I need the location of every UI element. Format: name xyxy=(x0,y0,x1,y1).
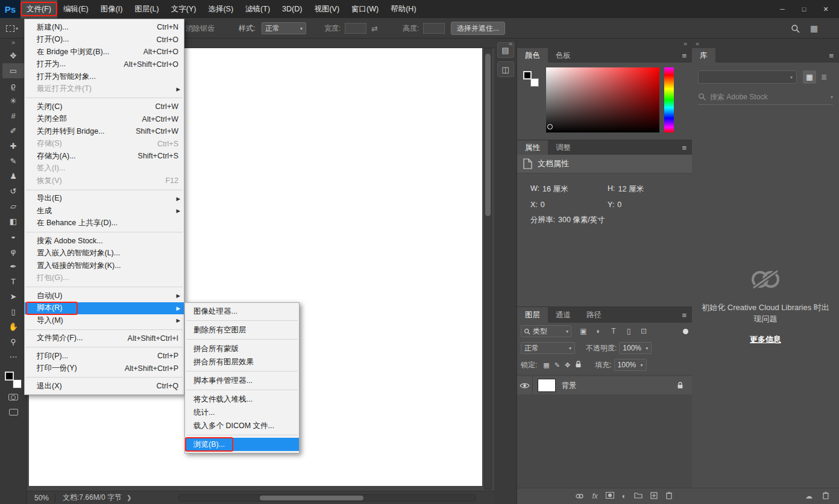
move-tool[interactable]: ✥ xyxy=(2,48,24,63)
panel-menu-icon[interactable]: ≡ xyxy=(676,140,692,155)
zoom-level[interactable]: 50% xyxy=(27,494,55,502)
separator[interactable]: ▶ xyxy=(186,390,298,390)
menu-item-open-as-smart-object[interactable]: 打开为智能对象... ▶ xyxy=(25,70,184,83)
height-input[interactable] xyxy=(423,23,445,34)
swap-width-height-icon[interactable]: ⇄ xyxy=(371,18,378,39)
menu-item-close-all[interactable]: 关闭全部 Alt+Ctrl+W ▶ xyxy=(25,113,184,126)
tab-layers[interactable]: 图层 xyxy=(517,307,548,323)
library-search-field[interactable]: 搜索 Adobe Stock ▾ xyxy=(698,90,833,105)
color-fgbg-swatches[interactable] xyxy=(522,70,542,90)
filter-type-layers-icon[interactable]: T xyxy=(609,327,618,335)
menu-item-place-embedded[interactable]: 置入嵌入的智能对象(L)... ▶ xyxy=(25,247,184,260)
submenu-item-image-processor[interactable]: 图像处理器... ▶ xyxy=(185,305,299,318)
filter-adjustment-layers-icon[interactable]: ◐ xyxy=(594,327,603,335)
path-selection-tool[interactable]: ➤ xyxy=(2,289,24,304)
new-layer-icon[interactable] xyxy=(650,492,658,501)
separator[interactable]: ▶ xyxy=(26,98,183,98)
minimize-button[interactable]: ─ xyxy=(771,0,793,18)
filter-smart-object-layers-icon[interactable]: ⊡ xyxy=(639,327,649,335)
panel-menu-icon[interactable]: ≡ xyxy=(676,48,692,63)
width-input[interactable] xyxy=(345,23,366,34)
eraser-tool[interactable]: ▱ xyxy=(2,199,24,214)
blur-tool[interactable]: ◒ xyxy=(2,229,24,244)
lasso-tool[interactable]: ϱ xyxy=(2,78,24,93)
menu-item-scripts[interactable]: 脚本(R) ▶ xyxy=(25,302,184,315)
opacity-select[interactable]: 100% ▾ xyxy=(619,342,652,354)
layer-thumbnail[interactable] xyxy=(538,379,556,392)
menu-image[interactable]: 图像(I) xyxy=(95,0,129,18)
layer-row[interactable]: 背景 xyxy=(517,376,692,394)
menu-layer[interactable]: 图层(L) xyxy=(128,0,165,18)
new-group-icon[interactable] xyxy=(634,492,643,500)
saturation-brightness-field[interactable] xyxy=(546,67,659,132)
separator[interactable]: ▶ xyxy=(26,329,183,330)
layer-filter-type-select[interactable]: 类型 ▾ xyxy=(521,325,571,337)
style-select[interactable]: 正常 ▾ xyxy=(262,22,306,34)
foreground-color-swatch[interactable] xyxy=(5,372,14,381)
zoom-tool[interactable]: ⚲ xyxy=(2,334,24,349)
type-tool[interactable]: T xyxy=(2,274,24,289)
submenu-item-delete-all-empty-layers[interactable]: 删除所有空图层 ▶ xyxy=(185,323,299,337)
menu-item-close-and-go-to-bridge[interactable]: 关闭并转到 Bridge... Shift+Ctrl+W ▶ xyxy=(25,125,184,138)
edit-toolbar-button[interactable]: ⋯ xyxy=(2,349,24,364)
select-and-mask-button[interactable]: 选择并遮住... xyxy=(451,22,505,35)
layer-visibility-toggle[interactable] xyxy=(517,376,533,394)
separator[interactable]: ▶ xyxy=(26,347,183,347)
separator[interactable]: ▶ xyxy=(186,320,298,321)
menu-item-revert[interactable]: 恢复(V) F12 ▶ xyxy=(25,175,184,187)
status-expand-arrow[interactable]: ❯ xyxy=(127,494,131,501)
hand-tool[interactable]: ✋ xyxy=(2,319,24,334)
gradient-tool[interactable]: ◧ xyxy=(2,214,24,229)
panel-menu-icon[interactable]: ≡ xyxy=(823,48,839,63)
pen-tool[interactable]: ✒ xyxy=(2,259,24,274)
quick-mask-button[interactable] xyxy=(2,390,24,405)
submenu-item-flatten-all-masks[interactable]: 拼合所有蒙版 ▶ xyxy=(185,342,299,355)
lock-transparent-pixels-icon[interactable]: ▦ xyxy=(543,361,549,369)
tab-paths[interactable]: 路径 xyxy=(579,307,609,323)
menu-item-check-in[interactable]: 签入(I)... ▶ xyxy=(25,163,184,175)
add-layer-mask-icon[interactable] xyxy=(606,492,614,500)
layer-effects-icon[interactable]: fx xyxy=(592,492,597,500)
separator[interactable]: ▶ xyxy=(186,435,298,435)
menu-item-share-on-behance[interactable]: 在 Behance 上共享(D)... ▶ xyxy=(25,217,184,230)
clone-stamp-tool[interactable]: ♟ xyxy=(2,169,24,184)
brush-tool[interactable]: ✎ xyxy=(2,154,24,169)
vertical-scrollbar-thumb[interactable] xyxy=(485,54,491,216)
menu-item-close[interactable]: 关闭(C) Ctrl+W ▶ xyxy=(25,101,184,113)
separator[interactable]: ▶ xyxy=(26,377,183,378)
separator[interactable]: ▶ xyxy=(186,339,298,340)
list-view-button[interactable]: ≣ xyxy=(817,70,831,84)
separator[interactable]: ▶ xyxy=(26,232,183,232)
screen-mode-button[interactable] xyxy=(2,405,24,420)
menu-item-package[interactable]: 打包(G)... ▶ xyxy=(25,272,184,285)
menu-item-open[interactable]: 打开(O)... Ctrl+O ▶ xyxy=(25,34,184,46)
workspace-switcher-icon[interactable]: ▦ xyxy=(810,18,818,39)
submenu-item-statistics[interactable]: 统计... ▶ xyxy=(185,406,299,419)
filter-shape-layers-icon[interactable]: ▯ xyxy=(624,327,633,335)
link-layers-icon[interactable] xyxy=(575,492,584,500)
foreground-background-colors[interactable] xyxy=(4,370,23,390)
lock-position-icon[interactable]: ✥ xyxy=(565,361,570,369)
library-select[interactable]: ▾ xyxy=(698,70,797,84)
tool-preset-picker[interactable]: ▾ xyxy=(3,18,21,39)
menu-item-save-as[interactable]: 存储为(A)... Shift+Ctrl+S ▶ xyxy=(25,150,184,163)
dodge-tool[interactable]: φ xyxy=(2,244,24,259)
menu-item-generate[interactable]: 生成 ▶ xyxy=(25,205,184,217)
fill-select[interactable]: 100% ▾ xyxy=(614,359,647,371)
crop-tool[interactable]: # xyxy=(2,108,24,123)
menu-item-exit[interactable]: 退出(X) Ctrl+Q ▶ xyxy=(25,380,184,393)
menu-item-open-as[interactable]: 打开为... Alt+Shift+Ctrl+O ▶ xyxy=(25,58,184,71)
close-button[interactable]: ✕ xyxy=(815,0,837,18)
menu-type[interactable]: 文字(Y) xyxy=(165,0,203,18)
menu-item-print-one-copy[interactable]: 打印一份(Y) Alt+Shift+Ctrl+P ▶ xyxy=(25,362,184,375)
adjustment-layer-icon[interactable]: ◐ xyxy=(622,492,626,500)
collapse-panels-button[interactable]: » xyxy=(683,40,687,47)
menu-item-file-info[interactable]: 文件简介(F)... Alt+Shift+Ctrl+I ▶ xyxy=(25,332,184,345)
tab-libraries[interactable]: 库 xyxy=(692,48,715,63)
background-color-swatch[interactable] xyxy=(13,379,22,388)
tab-channels[interactable]: 通道 xyxy=(548,307,579,323)
menu-item-save[interactable]: 存储(S) Ctrl+S ▶ xyxy=(25,138,184,151)
menu-help[interactable]: 帮助(H) xyxy=(385,0,422,18)
separator[interactable]: ▶ xyxy=(26,190,183,190)
expand-panels-button[interactable]: « xyxy=(509,40,512,47)
